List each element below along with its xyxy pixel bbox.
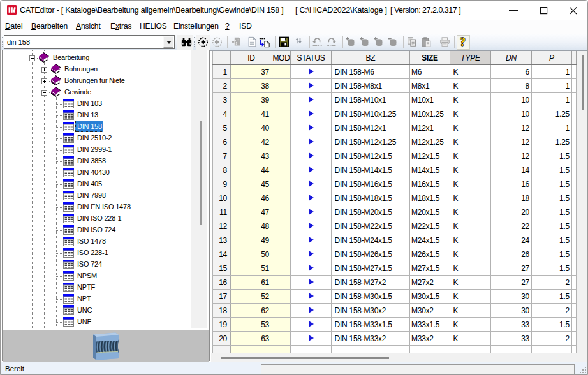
svg-text:?: ? — [460, 36, 466, 48]
